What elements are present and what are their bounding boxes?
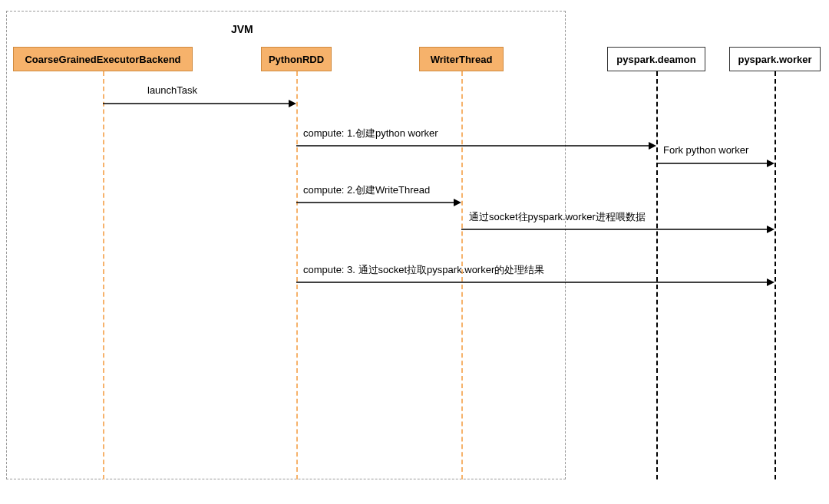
- svg-marker-5: [767, 160, 775, 167]
- participant-pyspark-daemon: pyspark.deamon: [607, 47, 705, 71]
- message-arrow-socket-feed: [461, 225, 775, 234]
- message-label-compute-create-write-thread: compute: 2.创建WriteThread: [303, 183, 430, 197]
- participant-label: pyspark.deamon: [616, 54, 695, 65]
- message-arrow-compute-create-write-thread: [296, 198, 461, 207]
- message-arrow-compute-pull-result: [296, 278, 775, 287]
- svg-marker-7: [454, 199, 461, 206]
- svg-marker-11: [767, 278, 775, 286]
- message-arrow-fork-worker: [656, 159, 775, 168]
- lifeline-pyspark-worker: [775, 71, 776, 479]
- message-label-socket-feed: 通过socket往pyspark.worker进程喂数据: [469, 210, 646, 224]
- svg-marker-1: [289, 100, 296, 107]
- message-label-launch-task: launchTask: [147, 84, 197, 96]
- jvm-label: JVM: [231, 23, 253, 35]
- participant-label: PythonRDD: [269, 54, 324, 65]
- message-label-compute-create-worker: compute: 1.创建python worker: [303, 127, 438, 140]
- participant-writer-thread: WriterThread: [419, 47, 504, 71]
- message-label-compute-pull-result: compute: 3. 通过socket拉取pyspark.worker的处理结…: [303, 263, 544, 277]
- participant-pyspark-worker: pyspark.worker: [729, 47, 821, 71]
- lifeline-python-rdd: [296, 71, 298, 479]
- svg-marker-9: [767, 226, 775, 233]
- participant-python-rdd: PythonRDD: [261, 47, 332, 71]
- participant-coarse-grained-executor-backend: CoarseGrainedExecutorBackend: [13, 47, 193, 71]
- message-arrow-compute-create-worker: [296, 141, 656, 150]
- jvm-container: [6, 11, 566, 479]
- lifeline-coarse-grained: [103, 71, 104, 479]
- participant-label: CoarseGrainedExecutorBackend: [25, 54, 180, 65]
- message-arrow-launch-task: [103, 99, 296, 108]
- participant-label: WriterThread: [431, 54, 493, 65]
- svg-marker-3: [649, 142, 656, 150]
- lifeline-pyspark-daemon: [656, 71, 658, 479]
- message-label-fork-worker: Fork python worker: [663, 144, 748, 156]
- participant-label: pyspark.worker: [738, 54, 811, 65]
